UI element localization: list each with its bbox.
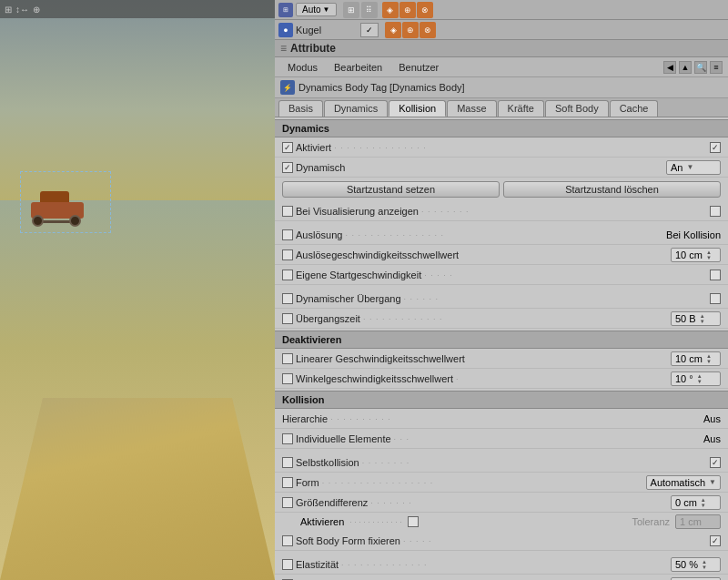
viewport-icon2: ↕↔ <box>15 5 29 15</box>
label-eigene-start: Eigene Startgeschwindigkeit <box>296 270 421 280</box>
cb-selbstkollision[interactable] <box>282 457 293 468</box>
cb-dyn-uebergang[interactable] <box>282 293 293 304</box>
cb-dynamisch[interactable] <box>282 162 293 173</box>
menu-benutzer[interactable]: Benutzer <box>391 60 446 75</box>
startzustand-buttons: Startzustand setzen Startzustand löschen <box>275 178 728 201</box>
label-individuelle: Individuelle Elemente <box>296 433 391 444</box>
section-dynamics: Dynamics <box>275 119 728 137</box>
tab-cache[interactable]: Cache <box>610 100 659 117</box>
toolbar-check[interactable]: ✓ <box>360 23 379 37</box>
menu-arrows: ◀ ▲ 🔍 ≡ <box>663 61 723 74</box>
val-individuelle: Aus <box>703 433 721 444</box>
tab-kraefte[interactable]: Kräfte <box>498 100 544 117</box>
cb-elastizitaet[interactable] <box>282 559 293 570</box>
arrow-up[interactable]: ▲ <box>679 61 692 74</box>
row-elastizitaet: Elastizität · · · · · · · · · · · · · · … <box>275 555 728 575</box>
tab-kollision[interactable]: Kollision <box>389 100 446 117</box>
kugel-label: Kugel <box>296 25 321 36</box>
tag-icon: ⚡ <box>280 80 295 95</box>
viewport-panel: ⊞ ↕↔ ⊕ <box>0 0 275 580</box>
cb-soft-body[interactable] <box>282 535 293 546</box>
kugel-icon: ● <box>278 23 293 37</box>
label-selbstkollision: Selbstkollision <box>296 457 359 468</box>
cb-visualisierung[interactable] <box>282 206 293 217</box>
val-ausloesung: Bei Kollision <box>666 229 721 240</box>
cb-ausloesegeschw[interactable] <box>282 249 293 260</box>
row-ausloesung: Auslösung · · · · · · · · · · · · · · · … <box>275 225 728 245</box>
row-aktivieren-toleranz: Aktivieren · · · · · · · · · · · · Toler… <box>275 513 728 531</box>
attr-icon: ≡ <box>280 42 287 55</box>
stepper-groessendifferenz[interactable]: ▲ ▼ <box>701 497 706 508</box>
row-eigene-start: Eigene Startgeschwindigkeit · · · · · <box>275 265 728 285</box>
input-linearer[interactable]: 10 cm ▲ ▼ <box>671 351 721 366</box>
attribute-title: Attribute <box>290 42 336 55</box>
auto-button[interactable]: Auto ▼ <box>296 3 337 16</box>
grid-icon[interactable]: ⊞ <box>343 2 359 18</box>
cb-ausloesung[interactable] <box>282 229 293 240</box>
menu-modus[interactable]: Modus <box>280 60 325 75</box>
zoom-icon[interactable]: 🔍 <box>694 61 707 74</box>
cb-aktiviert[interactable] <box>282 142 293 153</box>
input-uebergangszeit[interactable]: 50 B ▲ ▼ <box>671 311 721 326</box>
stepper-uebergangszeit[interactable]: ▲ ▼ <box>700 313 705 324</box>
cb-eigene-start[interactable] <box>282 270 293 280</box>
cb-groessendifferenz[interactable] <box>282 497 293 508</box>
label-aktiviert: Aktiviert <box>296 142 331 153</box>
cb-dyn-uebergang-val[interactable] <box>710 293 721 304</box>
row-reibung: Reibung · · · · · · · · · · · · · · · · … <box>275 575 728 580</box>
input-ausloesegeschw[interactable]: 10 cm ▲ ▼ <box>671 248 721 262</box>
orange-icon2[interactable]: ⊕ <box>399 2 416 18</box>
row-selbstkollision: Selbstkollision · · · · · · · · <box>275 453 728 473</box>
btn-startzustand-setzen[interactable]: Startzustand setzen <box>282 181 500 198</box>
tabs-bar: Basis Dynamics Kollision Masse Kräfte So… <box>275 98 728 117</box>
sel-dynamisch[interactable]: An ▼ <box>666 160 721 175</box>
cb-form[interactable] <box>282 477 293 488</box>
viewport-toolbar: ⊞ ↕↔ ⊕ <box>0 0 275 18</box>
stepper-winkel[interactable]: ▲ ▼ <box>697 373 703 384</box>
arrow-left[interactable]: ◀ <box>663 61 676 74</box>
dots-icon[interactable]: ⠿ <box>361 2 378 18</box>
row-ausloesegeschwindigkeit: Auslösegeschwindigkeitsschwellwert 10 cm… <box>275 245 728 265</box>
row-visualisierung: Bei Visualisierung anzeigen · · · · · · … <box>275 201 728 221</box>
menu-bearbeiten[interactable]: Bearbeiten <box>327 60 389 75</box>
row-form: Form · · · · · · · · · · · · · · · · · ·… <box>275 473 728 493</box>
cb-individuelle[interactable] <box>282 433 293 444</box>
kugel-icon2[interactable]: ◈ <box>385 22 401 38</box>
orange-icon1[interactable]: ◈ <box>382 2 399 18</box>
tab-masse[interactable]: Masse <box>447 100 496 117</box>
auto-arrow: ▼ <box>323 5 330 14</box>
cb-aktiviert-val[interactable] <box>710 142 721 153</box>
toolbar-icon-auto: ⊞ <box>278 3 293 17</box>
cb-winkel[interactable] <box>282 373 293 384</box>
cb-selbstkollision-val[interactable] <box>710 457 721 468</box>
kugel-toolbar: ● Kugel ✓ ◈ ⊕ ⊗ <box>275 20 728 40</box>
input-elastizitaet[interactable]: 50 % ▲ ▼ <box>671 557 721 572</box>
input-groessendifferenz[interactable]: 0 cm ▲ ▼ <box>671 495 721 510</box>
stepper-elastizitaet[interactable]: ▲ ▼ <box>702 559 707 570</box>
tab-basis[interactable]: Basis <box>278 100 323 117</box>
kugel-icon3[interactable]: ⊕ <box>402 22 419 38</box>
sel-form[interactable]: Automatisch ▼ <box>646 475 721 490</box>
row-groessendifferenz: Größendifferenz · · · · · · · 0 cm ▲ ▼ <box>275 493 728 513</box>
input-winkel[interactable]: 10 ° ▲ ▼ <box>671 371 721 386</box>
tab-dynamics[interactable]: Dynamics <box>324 100 388 117</box>
label-ausloesung: Auslösung <box>296 229 342 240</box>
orange-icon3[interactable]: ⊗ <box>417 2 433 18</box>
stepper-ausloesegeschw[interactable]: ▲ ▼ <box>706 249 712 260</box>
label-groessendifferenz: Größendifferenz <box>296 497 368 508</box>
cb-linearer[interactable] <box>282 353 293 364</box>
stepper-linearer[interactable]: ▲ ▼ <box>706 353 712 364</box>
row-dyn-uebergang: Dynamischer Übergang · · · · · · <box>275 289 728 309</box>
val-hierarchie: Aus <box>703 413 721 424</box>
cb-eigene-start-val[interactable] <box>710 270 721 280</box>
btn-startzustand-loeschen[interactable]: Startzustand löschen <box>503 181 721 198</box>
tab-soft-body[interactable]: Soft Body <box>545 100 609 117</box>
cb-aktivieren[interactable] <box>408 516 419 527</box>
cb-soft-body-val[interactable] <box>710 535 721 546</box>
kugel-icon4[interactable]: ⊗ <box>420 22 436 38</box>
input-reibung[interactable]: 80 % ▲ ▼ <box>671 577 721 581</box>
menu-icon[interactable]: ≡ <box>710 61 723 74</box>
cb-uebergangszeit[interactable] <box>282 313 293 324</box>
cb-visualisierung-val[interactable] <box>710 206 721 217</box>
toleranz-label: Toleranz <box>632 516 670 527</box>
